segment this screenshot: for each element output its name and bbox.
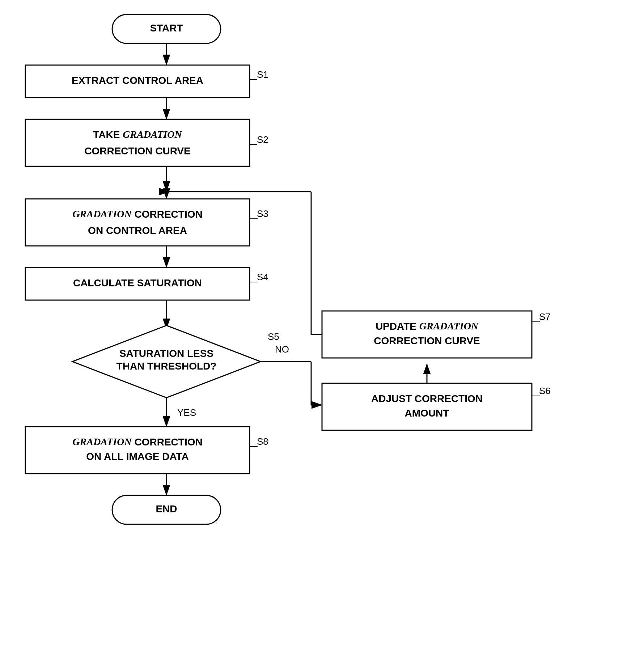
s8-step: S8: [257, 436, 268, 447]
s7-step: S7: [539, 311, 551, 322]
s3-label-line1: GRADATION CORRECTION: [72, 208, 202, 220]
s6-label-line1: ADJUST CORRECTION: [371, 393, 483, 404]
s5-step: S5: [268, 331, 279, 342]
s2-label-line2: CORRECTION CURVE: [84, 145, 191, 157]
end-label: END: [156, 503, 177, 515]
s1-step: S1: [257, 69, 268, 80]
s8-label-line2: ON ALL IMAGE DATA: [86, 451, 189, 462]
s1-label: EXTRACT CONTROL AREA: [72, 75, 203, 86]
yes-label: YES: [177, 407, 196, 418]
s6-step: S6: [539, 385, 551, 396]
s3-label-line2: ON CONTROL AREA: [88, 225, 187, 236]
s4-step: S4: [257, 272, 268, 282]
svg-rect-31: [25, 427, 250, 474]
s4-label: CALCULATE SATURATION: [73, 277, 202, 289]
svg-rect-26: [322, 311, 532, 358]
s5-label-line1: SATURATION LESS: [119, 348, 213, 359]
start-label: START: [150, 22, 183, 34]
svg-rect-23: [322, 383, 532, 430]
svg-point-10: [164, 189, 169, 194]
s2-label-line1: TAKE GRADATION: [93, 129, 182, 140]
svg-rect-12: [25, 199, 250, 246]
s5-label-line2: THAN THRESHOLD?: [116, 360, 217, 372]
s7-label-line1: UPDATE GRADATION: [376, 320, 479, 332]
s3-step: S3: [257, 208, 268, 219]
s2-step: S2: [257, 134, 268, 145]
no-label: NO: [275, 344, 289, 355]
s6-label-line2: AMOUNT: [405, 407, 449, 419]
flowchart-container: START EXTRACT CONTROL AREA S1 TAKE GRADA…: [0, 0, 644, 670]
s8-label-line1: GRADATION CORRECTION: [72, 436, 202, 448]
s7-label-line2: CORRECTION CURVE: [374, 335, 480, 346]
svg-rect-7: [25, 119, 250, 166]
